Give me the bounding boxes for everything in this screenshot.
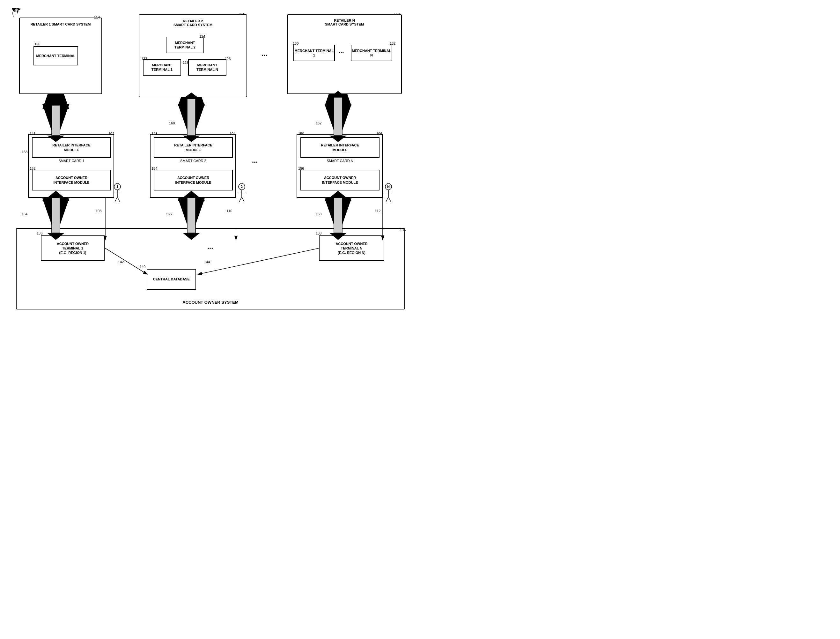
ref-124: 124 <box>199 35 205 38</box>
dots-retailerN-terminals: ... <box>339 47 344 54</box>
retailer2-system-label: RETAILER 2SMART CARD SYSTEM <box>151 19 234 27</box>
ref-168: 168 <box>316 212 321 216</box>
svg-line-33 <box>388 197 391 202</box>
retailer2-merchant-terminal1: MERCHANT TERMINAL 1 <box>143 59 181 76</box>
ref-146: 146 <box>30 132 35 135</box>
ref-116: 116 <box>239 12 245 16</box>
smartcard2-label: SMART CARD 2 <box>154 159 233 163</box>
retailer2-system-box <box>139 14 247 97</box>
account-owner-terminal1: ACCOUNT OWNERTERMINAL 1(E.G. REGION 1) <box>41 235 105 261</box>
ref-128: 128 <box>183 60 189 64</box>
ref-160: 160 <box>169 121 175 125</box>
svg-line-32 <box>386 197 388 202</box>
svg-marker-38 <box>47 99 64 105</box>
account-owner-terminalN: ACCOUNT OWNERTERMINAL N(E.G. REGION N) <box>319 235 384 261</box>
ref-112: 112 <box>375 209 381 213</box>
retailer1-system-label: RETAILER 1 SMART CARD SYSTEM <box>25 22 96 26</box>
account-owner-system-label: ACCOUNT OWNER SYSTEM <box>16 300 405 305</box>
fig-number: 100 <box>13 9 19 13</box>
ref-120: 120 <box>35 42 40 46</box>
ref-150: 150 <box>298 132 304 135</box>
diagram: 100 RETAILER 1 SMART CARD SYSTEM 114 MER… <box>0 0 420 320</box>
svg-line-27 <box>242 197 244 202</box>
retailerN-merchant-terminalN: MERCHANT TERMINAL N <box>351 45 392 61</box>
ref-138: 138 <box>316 231 321 235</box>
smartcardN-label: SMART CARD N <box>300 159 380 163</box>
person2-icon: 2 <box>236 183 248 204</box>
ref-114: 114 <box>94 15 100 19</box>
smartcard2-rim: RETAILER INTERFACEMODULE <box>154 137 233 158</box>
svg-marker-42 <box>334 97 342 135</box>
retailerN-system-label: RETAILER NSMART CARD SYSTEM <box>294 19 395 26</box>
svg-text:2: 2 <box>241 185 243 189</box>
ref-136: 136 <box>37 231 43 235</box>
ref-102: 102 <box>108 132 114 135</box>
retailerN-merchant-terminal1: MERCHANT TERMINAL 1 <box>294 45 335 61</box>
smartcardN-rim: RETAILER INTERFACEMODULE <box>300 137 380 158</box>
svg-line-21 <box>118 197 120 202</box>
ref-142: 142 <box>118 260 124 264</box>
retailer2-merchant-terminalN: MERCHANT TERMINAL N <box>188 59 226 76</box>
ref-132: 132 <box>390 41 395 45</box>
smartcard1-label: SMART CARD 1 <box>32 159 111 163</box>
ref-164: 164 <box>22 212 27 216</box>
ref-134: 134 <box>400 228 406 232</box>
svg-line-20 <box>115 197 118 202</box>
ref-144: 144 <box>204 260 210 264</box>
ref-166: 166 <box>166 212 171 216</box>
svg-marker-48 <box>187 198 195 233</box>
ref-148: 148 <box>151 132 157 135</box>
ref-130: 130 <box>293 41 299 45</box>
retailer1-merchant-terminal: MERCHANT TERMINAL <box>33 46 78 65</box>
dots-retailers: ... <box>262 49 267 58</box>
smartcard1-rim: RETAILER INTERFACEMODULE <box>32 137 111 158</box>
svg-text:N: N <box>387 185 390 189</box>
ref-122: 122 <box>141 57 147 60</box>
ref-118: 118 <box>394 12 400 16</box>
retailer2-merchant-terminal2: MERCHANT TERMINAL 2 <box>166 37 204 53</box>
central-database: CENTRAL DATABASE <box>147 269 196 290</box>
personN-icon: N <box>383 183 394 204</box>
ref-108: 108 <box>96 209 102 213</box>
svg-marker-39 <box>187 99 195 135</box>
ref-158: 158 <box>22 150 27 154</box>
smartcard1-aoim: ACCOUNT OWNERINTERFACE MODULE <box>32 170 111 191</box>
ref-140: 140 <box>140 265 145 269</box>
dots-ao-terminals: ... <box>207 242 213 251</box>
svg-marker-45 <box>52 198 60 233</box>
ref-162: 162 <box>316 121 321 125</box>
smartcard2-aoim: ACCOUNT OWNERINTERFACE MODULE <box>154 170 233 191</box>
svg-line-26 <box>239 197 242 202</box>
dots-smartcards: ... <box>252 156 258 165</box>
smartcardN-aoim: ACCOUNT OWNERINTERFACE MODULE <box>300 170 380 191</box>
svg-text:1: 1 <box>116 185 118 189</box>
svg-marker-36 <box>52 105 60 135</box>
ref-110: 110 <box>226 209 232 213</box>
ref-126: 126 <box>225 57 230 60</box>
person1-icon: 1 <box>112 183 123 204</box>
ref-106: 106 <box>376 132 382 135</box>
svg-marker-51 <box>334 198 342 233</box>
ref-104: 104 <box>230 132 235 135</box>
